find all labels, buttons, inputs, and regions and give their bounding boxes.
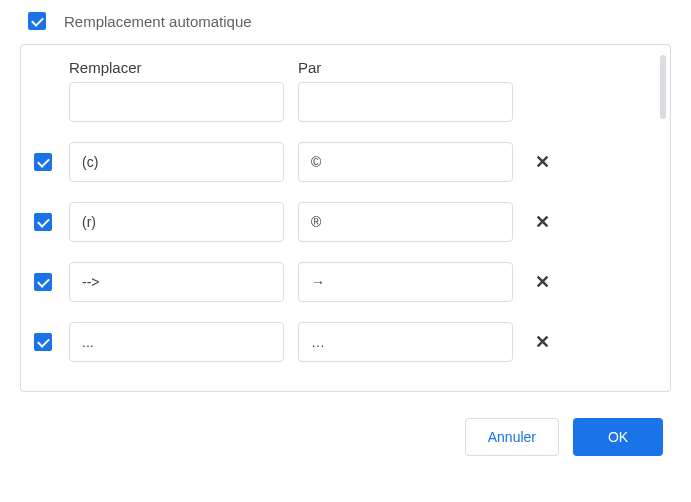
table-row: ✕ — [31, 322, 660, 362]
close-icon[interactable]: ✕ — [535, 213, 550, 231]
auto-replace-checkbox[interactable] — [28, 12, 46, 30]
row-checkbox[interactable] — [34, 153, 52, 171]
column-header-replace: Remplacer — [69, 59, 284, 76]
row-checkbox[interactable] — [34, 273, 52, 291]
row-checkbox[interactable] — [34, 213, 52, 231]
close-icon[interactable]: ✕ — [535, 153, 550, 171]
table-row: ✕ — [31, 202, 660, 242]
auto-replace-label: Remplacement automatique — [64, 13, 252, 30]
table-row: ✕ — [31, 142, 660, 182]
replace-input[interactable] — [69, 142, 284, 182]
column-header-with: Par — [298, 59, 513, 76]
with-input[interactable] — [298, 322, 513, 362]
replace-input[interactable] — [69, 262, 284, 302]
with-input[interactable] — [298, 142, 513, 182]
with-input[interactable] — [298, 202, 513, 242]
replace-input[interactable] — [69, 322, 284, 362]
close-icon[interactable]: ✕ — [535, 333, 550, 351]
table-row — [31, 82, 660, 122]
close-icon[interactable]: ✕ — [535, 273, 550, 291]
replace-input[interactable] — [69, 82, 284, 122]
replace-input[interactable] — [69, 202, 284, 242]
substitutions-panel: Remplacer Par ✕ — [20, 44, 671, 392]
table-row: ✕ — [31, 262, 660, 302]
scrollbar[interactable] — [660, 55, 666, 119]
row-checkbox[interactable] — [34, 333, 52, 351]
ok-button[interactable]: OK — [573, 418, 663, 456]
with-input[interactable] — [298, 82, 513, 122]
cancel-button[interactable]: Annuler — [465, 418, 559, 456]
with-input[interactable] — [298, 262, 513, 302]
